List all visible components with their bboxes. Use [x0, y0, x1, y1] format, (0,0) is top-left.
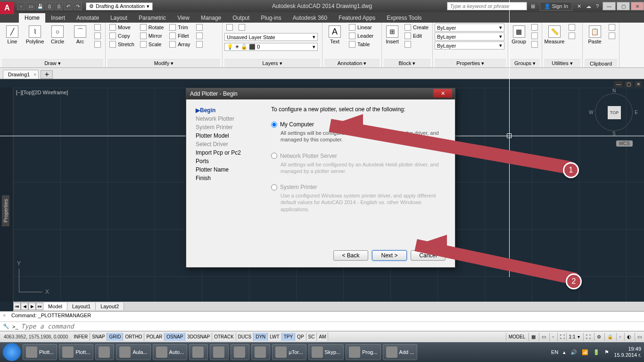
annotation-visibility-icon[interactable]: ⛶ — [583, 333, 593, 341]
vp-close-icon[interactable]: ✕ — [635, 81, 642, 87]
tab-output[interactable]: Output — [227, 13, 255, 23]
mirror-button[interactable]: Mirror — [138, 32, 165, 40]
annotation-scale[interactable]: ⛶ 1:1▾ — [557, 333, 583, 341]
layout-first-icon[interactable]: ⏮ — [13, 303, 21, 310]
taskbar-item[interactable]: Plott... — [59, 344, 93, 360]
hatch-button[interactable] — [92, 41, 103, 48]
sign-in-button[interactable]: 👤 Sign In — [540, 2, 572, 11]
block-attr-button[interactable] — [403, 41, 430, 48]
line-button[interactable]: ╱Line — [2, 24, 23, 46]
create-block-button[interactable]: Create — [403, 24, 430, 31]
hardware-accel-icon[interactable]: ▫ — [616, 333, 623, 341]
wrench-icon[interactable]: 🔧 — [3, 323, 9, 329]
tab-annotate[interactable]: Annotate — [71, 13, 105, 23]
next-button[interactable]: Next > — [372, 250, 407, 261]
paste-button[interactable]: 📋Paste — [585, 24, 605, 46]
toggle-infer[interactable]: INFER — [72, 333, 90, 341]
viewport-controls[interactable]: [−][Top][2D Wireframe] — [16, 90, 68, 95]
dialog-close-button[interactable]: ✕ — [433, 89, 452, 98]
qat-new-icon[interactable]: ▫ — [17, 2, 25, 10]
taskbar-item[interactable]: Prog... — [346, 344, 380, 360]
language-indicator[interactable]: EN — [551, 349, 558, 355]
toggle-ortho[interactable]: ORTHO — [123, 333, 144, 341]
start-button[interactable] — [3, 343, 21, 361]
taskbar-item[interactable] — [189, 344, 208, 360]
toggle-ducs[interactable]: DUCS — [236, 333, 254, 341]
tab-layout[interactable]: Layout — [105, 13, 133, 23]
layout-prev-icon[interactable]: ◀ — [21, 303, 28, 310]
layout-2-tab[interactable]: Layout2 — [96, 303, 124, 310]
toggle-am[interactable]: AM — [317, 333, 328, 341]
tab-parametric[interactable]: Parametric — [133, 13, 172, 23]
tab-featured[interactable]: Featured Apps — [333, 13, 381, 23]
toggle-tpy[interactable]: TPY — [282, 333, 295, 341]
toggle-otrack[interactable]: OTRACK — [212, 333, 236, 341]
toggle-dyn[interactable]: DYN — [254, 333, 268, 341]
taskbar-item[interactable] — [95, 344, 114, 360]
copy-button[interactable]: Copy — [107, 32, 136, 40]
exchange-icon[interactable]: ⊞ — [531, 3, 535, 9]
tab-home[interactable]: Home — [19, 13, 45, 23]
explode-button[interactable] — [194, 32, 205, 40]
lineweight-combo[interactable]: ByLayer▾ — [435, 41, 504, 49]
wcs-indicator[interactable]: WCS — [616, 140, 633, 147]
new-tab-button[interactable]: + — [41, 70, 53, 79]
qat-plot-icon[interactable]: ⎙ — [55, 2, 63, 10]
taskbar-item[interactable] — [231, 344, 249, 360]
tray-up-icon[interactable]: ▴ — [563, 349, 566, 355]
command-input[interactable] — [21, 323, 641, 330]
maximize-button[interactable]: ▢ — [617, 2, 630, 10]
help-icon[interactable]: ? — [596, 3, 599, 9]
edit-block-button[interactable]: Edit — [403, 32, 430, 40]
arc-button[interactable]: ⌒Arc — [70, 24, 91, 46]
layer-iso-button[interactable] — [237, 24, 247, 31]
tab-close-icon[interactable]: × — [33, 72, 36, 77]
minimize-button[interactable]: — — [603, 2, 616, 10]
measure-button[interactable]: 📏Measure — [544, 24, 565, 46]
clean-screen-icon[interactable]: ▭ — [635, 333, 644, 341]
color-combo[interactable]: ByLayer▾ — [435, 24, 504, 32]
taskbar-item[interactable]: Aula... — [116, 344, 150, 360]
tab-manage[interactable]: Manage — [195, 13, 227, 23]
leader-button[interactable]: Leader — [347, 32, 375, 40]
option-system-printer[interactable]: System Printer — [271, 184, 446, 190]
toggle-sc[interactable]: SC — [306, 333, 317, 341]
table-button[interactable]: Table — [347, 41, 375, 48]
tab-express[interactable]: Express Tools — [381, 13, 427, 23]
qat-open-icon[interactable]: ▭ — [26, 2, 35, 10]
action-center-icon[interactable]: ⚑ — [604, 349, 609, 355]
array-button[interactable]: Array — [167, 41, 192, 48]
toggle-qp[interactable]: QP — [295, 333, 306, 341]
radio-system-printer[interactable] — [271, 184, 277, 190]
network-icon[interactable]: 📶 — [582, 349, 588, 355]
isolate-icon[interactable]: ◐ — [624, 333, 634, 341]
vp-minimize-icon[interactable]: — — [614, 81, 623, 87]
panel-layers-title[interactable]: Layers ▾ — [224, 59, 320, 67]
layer-combo[interactable]: 💡 ☀ 🔓 ⬛ 0▾ — [224, 43, 318, 51]
grid-display-icon[interactable]: ▦ — [528, 333, 538, 341]
exchange-apps-icon[interactable]: ✕ — [577, 3, 581, 9]
toggle-polar[interactable]: POLAR — [144, 333, 165, 341]
linear-dim-button[interactable]: Linear — [347, 24, 375, 31]
panel-modify-title[interactable]: Modify ▾ — [107, 59, 220, 67]
tab-insert[interactable]: Insert — [45, 13, 71, 23]
stay-connected-icon[interactable]: ☁ — [586, 3, 591, 9]
tab-a360[interactable]: Autodesk 360 — [287, 13, 333, 23]
layout-1-tab[interactable]: Layout1 — [67, 303, 96, 310]
tab-plugins[interactable]: Plug-ins — [255, 13, 287, 23]
panel-annotation-title[interactable]: Annotation ▾ — [324, 59, 380, 67]
taskbar-item[interactable]: µTor... — [272, 344, 306, 360]
option-network-server[interactable]: Network Plotter Server — [271, 153, 446, 159]
move-button[interactable]: Move — [107, 24, 136, 31]
toggle-snap[interactable]: SNAP — [90, 333, 107, 341]
status-icon[interactable]: ▫ — [549, 333, 556, 341]
taskbar-item[interactable]: Auto... — [153, 344, 188, 360]
taskbar-item[interactable]: Add ... — [383, 344, 418, 360]
layer-state-combo[interactable]: Unsaved Layer State▾ — [224, 33, 318, 41]
battery-icon[interactable]: 🔋 — [593, 349, 600, 355]
layer-props-button[interactable] — [224, 24, 235, 31]
toggle-osnap[interactable]: OSNAP — [165, 333, 185, 341]
scale-button[interactable]: Scale — [138, 41, 165, 48]
status-icon[interactable]: ▭ — [539, 333, 548, 341]
model-space-toggle[interactable]: MODEL — [506, 333, 528, 341]
